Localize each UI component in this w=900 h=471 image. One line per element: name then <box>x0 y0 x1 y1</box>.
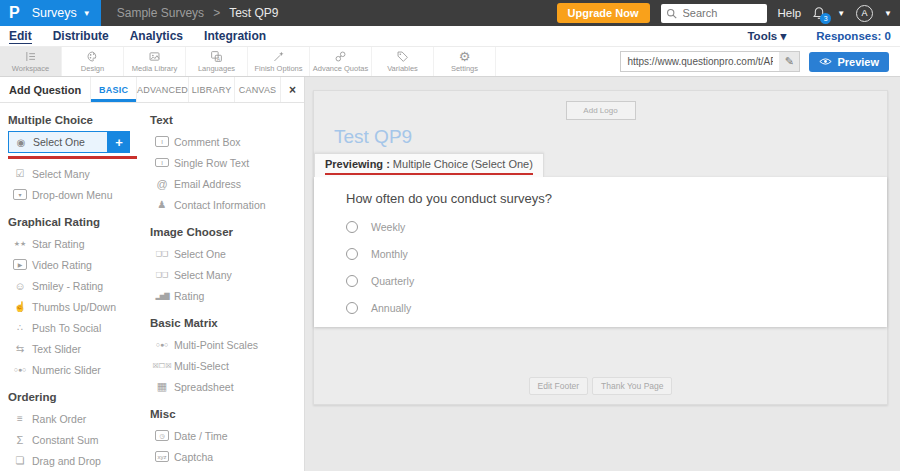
question-type-label: Spreadsheet <box>174 381 234 393</box>
question-type-select-many[interactable]: ☑Select Many <box>8 163 150 184</box>
section-heading-ordering: Ordering <box>8 391 150 403</box>
menu-item-distribute[interactable]: Distribute <box>53 29 109 44</box>
rank-icon: ≡ <box>8 413 32 424</box>
questionpro-logo-icon[interactable]: P <box>9 5 20 21</box>
workspace-button[interactable]: Workspace <box>0 47 62 76</box>
person-icon: ♟ <box>150 199 174 210</box>
question-type-select-one[interactable]: ❑❑Select One <box>150 243 302 264</box>
question-type-video-rating[interactable]: ▶Video Rating <box>8 254 150 275</box>
section-heading-graphical-rating: Graphical Rating <box>8 216 150 228</box>
question-type-select-many[interactable]: ❑❑Select Many <box>150 264 302 285</box>
close-panel-button[interactable]: × <box>280 77 304 102</box>
settings-label: Settings <box>451 64 478 73</box>
upgrade-now-button[interactable]: Upgrade Now <box>557 3 650 23</box>
question-type-single-row-text[interactable]: ISingle Row Text <box>150 152 302 173</box>
question-type-thumbs-up-down[interactable]: ☝Thumbs Up/Down <box>8 296 150 317</box>
menu-item-integration[interactable]: Integration <box>204 29 266 44</box>
multipoint-icon: ○●○ <box>150 341 174 348</box>
advance-quotas-button[interactable]: Advance Quotas <box>310 47 372 76</box>
question-type-drag-and-drop[interactable]: ❏Drag and Drop <box>8 450 150 471</box>
smiley-icon: ☺ <box>8 280 32 292</box>
tab-basic[interactable]: BASIC <box>90 77 136 102</box>
languages-button[interactable]: ALanguages <box>186 47 248 76</box>
question-type-multi-point-scales[interactable]: ○●○Multi-Point Scales <box>150 334 302 355</box>
at-icon: @ <box>150 178 174 190</box>
tab-canvas[interactable]: CANVAS <box>234 77 280 102</box>
add-question-type-button[interactable]: + <box>108 131 130 153</box>
answer-option-monthly: Monthly <box>346 248 887 260</box>
radio-button[interactable] <box>346 248 358 260</box>
plus-icon: + <box>115 135 123 150</box>
question-type-captcha[interactable]: xyzCaptcha <box>150 446 302 467</box>
question-type-comment-box[interactable]: IComment Box <box>150 131 302 152</box>
question-type-label: Select Many <box>32 168 90 180</box>
radio-button[interactable] <box>346 275 358 287</box>
question-type-label: Drop-down Menu <box>32 189 113 201</box>
edit-footer-button[interactable]: Edit Footer <box>529 377 589 395</box>
question-type-text-slider[interactable]: ⇆Text Slider <box>8 338 150 359</box>
menu-item-analytics[interactable]: Analytics <box>130 29 183 44</box>
radio-button[interactable] <box>346 302 358 314</box>
question-type-contact-information[interactable]: ♟Contact Information <box>150 194 302 215</box>
question-type-numeric-slider[interactable]: ○●○Numeric Slider <box>8 359 150 380</box>
question-type-date-time[interactable]: ◷Date / Time <box>150 425 302 446</box>
question-type-calendar[interactable]: ⊞Calendar <box>150 467 302 471</box>
notification-badge: 3 <box>820 13 831 24</box>
breadcrumb-parent[interactable]: Sample Surveys <box>117 6 204 20</box>
question-type-star-rating[interactable]: ★★Star Rating <box>8 233 150 254</box>
question-type-drop-down-menu[interactable]: ▾Drop-down Menu <box>8 184 150 205</box>
question-type-label: Multi-Select <box>174 360 229 372</box>
settings-button[interactable]: ⚙Settings <box>434 47 496 76</box>
tools-dropdown[interactable]: Tools ▾ <box>747 29 786 43</box>
section-heading-image-chooser: Image Chooser <box>150 226 302 238</box>
question-type-smiley-rating[interactable]: ☺Smiley - Rating <box>8 275 150 296</box>
section-heading-text: Text <box>150 114 302 126</box>
design-label: Design <box>81 64 104 73</box>
preview-button[interactable]: Preview <box>809 52 889 72</box>
section-heading-multiple-choice: Multiple Choice <box>8 114 150 126</box>
radio-icon: ◉ <box>9 137 33 148</box>
thank-you-page-button[interactable]: Thank You Page <box>592 377 672 395</box>
svg-text:A: A <box>217 57 221 62</box>
question-type-spreadsheet[interactable]: ▦Spreadsheet <box>150 376 302 397</box>
share-icon: ∴ <box>8 322 32 333</box>
monitors-icon: ❑❑ <box>150 271 174 279</box>
help-link[interactable]: Help <box>778 7 802 19</box>
answer-option-weekly: Weekly <box>346 221 887 233</box>
previewing-value: Multiple Choice (Select One) <box>390 158 533 170</box>
question-type-label: Push To Social <box>32 322 101 334</box>
pencil-icon: ✎ <box>785 55 794 68</box>
numeric-slider-icon: ○●○ <box>8 366 32 373</box>
finish-options-button[interactable]: Finish Options <box>248 47 310 76</box>
survey-url-input[interactable] <box>621 52 779 71</box>
add-logo-button[interactable]: Add Logo <box>566 101 636 120</box>
question-type-constant-sum[interactable]: ΣConstant Sum <box>8 429 150 450</box>
edit-url-button[interactable]: ✎ <box>779 52 799 71</box>
question-type-rating[interactable]: ▂▅▇Rating <box>150 285 302 306</box>
tab-library[interactable]: LIBRARY <box>188 77 234 102</box>
avatar[interactable]: A <box>856 5 873 22</box>
answer-option-label: Annually <box>371 302 411 314</box>
eye-icon <box>819 57 832 66</box>
question-type-multi-select[interactable]: ☒☐☒Multi-Select <box>150 355 302 376</box>
search-box[interactable] <box>661 4 767 23</box>
notifications-button[interactable]: 3 <box>812 6 826 20</box>
grid-icon: ▦ <box>150 380 174 393</box>
radio-button[interactable] <box>346 221 358 233</box>
question-type-label: Numeric Slider <box>32 364 101 376</box>
product-switcher[interactable]: Surveys ▼ <box>32 6 91 20</box>
captcha-icon: xyz <box>150 451 174 462</box>
search-icon <box>666 8 677 19</box>
media-library-button[interactable]: Media Library <box>124 47 186 76</box>
question-type-email-address[interactable]: @Email Address <box>150 173 302 194</box>
responses-count[interactable]: Responses: 0 <box>816 30 891 42</box>
tab-advanced[interactable]: ADVANCED <box>136 77 188 102</box>
design-button[interactable]: Design <box>62 47 124 76</box>
menu-item-edit[interactable]: Edit <box>9 29 32 44</box>
checkbox-icon: ☑ <box>8 168 32 179</box>
question-type-rank-order[interactable]: ≡Rank Order <box>8 408 150 429</box>
search-input[interactable] <box>681 6 759 20</box>
variables-button[interactable]: Variables <box>372 47 434 76</box>
question-type-push-to-social[interactable]: ∴Push To Social <box>8 317 150 338</box>
question-type-select-one[interactable]: ◉Select One <box>8 131 108 153</box>
